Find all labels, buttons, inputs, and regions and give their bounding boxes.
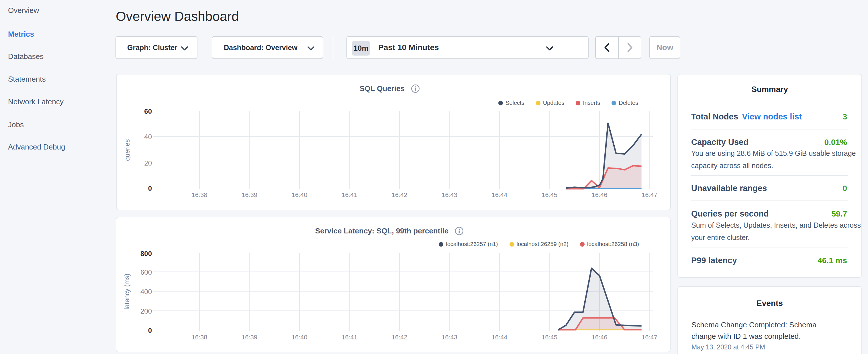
- svg-text:16:43: 16:43: [442, 191, 457, 198]
- svg-text:queries: queries: [124, 139, 131, 161]
- svg-text:16:39: 16:39: [242, 191, 257, 198]
- svg-text:60: 60: [144, 107, 152, 115]
- svg-text:16:40: 16:40: [291, 334, 307, 341]
- svg-text:16:46: 16:46: [591, 191, 607, 198]
- svg-text:16:47: 16:47: [642, 191, 657, 198]
- svg-text:20: 20: [144, 159, 152, 167]
- svg-text:16:39: 16:39: [242, 334, 257, 341]
- svg-text:0: 0: [148, 185, 152, 192]
- svg-text:16:45: 16:45: [541, 334, 557, 341]
- svg-text:0: 0: [148, 326, 152, 334]
- svg-text:16:46: 16:46: [591, 334, 607, 341]
- svg-text:16:42: 16:42: [392, 334, 407, 341]
- svg-text:16:42: 16:42: [392, 191, 407, 198]
- svg-text:16:41: 16:41: [342, 334, 358, 341]
- svg-text:400: 400: [141, 288, 152, 296]
- svg-text:600: 600: [141, 268, 152, 276]
- svg-text:16:40: 16:40: [291, 191, 307, 198]
- svg-text:800: 800: [141, 250, 152, 257]
- svg-text:16:45: 16:45: [541, 191, 557, 198]
- svg-text:40: 40: [144, 133, 152, 141]
- svg-text:16:38: 16:38: [191, 334, 207, 341]
- svg-text:16:44: 16:44: [492, 334, 507, 341]
- svg-text:16:41: 16:41: [342, 191, 358, 198]
- svg-text:16:44: 16:44: [492, 191, 507, 198]
- svg-text:200: 200: [141, 307, 152, 315]
- svg-text:16:43: 16:43: [442, 334, 457, 341]
- svg-text:16:47: 16:47: [642, 334, 657, 341]
- svg-text:latency (ms): latency (ms): [123, 273, 131, 309]
- svg-text:16:38: 16:38: [191, 191, 207, 198]
